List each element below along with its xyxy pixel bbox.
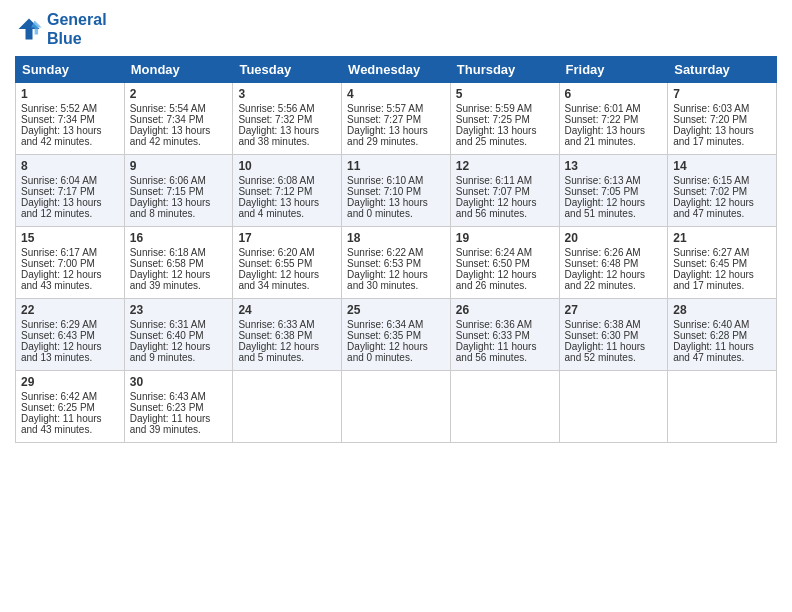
daylight-text: Daylight: 12 hours and 47 minutes. (673, 197, 754, 219)
calendar-cell: 13Sunrise: 6:13 AMSunset: 7:05 PMDayligh… (559, 155, 668, 227)
header-row: SundayMondayTuesdayWednesdayThursdayFrid… (16, 57, 777, 83)
sunrise-text: Sunrise: 5:59 AM (456, 103, 532, 114)
calendar-cell: 12Sunrise: 6:11 AMSunset: 7:07 PMDayligh… (450, 155, 559, 227)
week-row-2: 8Sunrise: 6:04 AMSunset: 7:17 PMDaylight… (16, 155, 777, 227)
calendar-cell: 7Sunrise: 6:03 AMSunset: 7:20 PMDaylight… (668, 83, 777, 155)
sunrise-text: Sunrise: 5:52 AM (21, 103, 97, 114)
col-header-sunday: Sunday (16, 57, 125, 83)
day-number: 22 (21, 303, 119, 317)
daylight-text: Daylight: 13 hours and 25 minutes. (456, 125, 537, 147)
sunset-text: Sunset: 7:20 PM (673, 114, 747, 125)
sunrise-text: Sunrise: 6:26 AM (565, 247, 641, 258)
sunset-text: Sunset: 6:30 PM (565, 330, 639, 341)
sunset-text: Sunset: 6:45 PM (673, 258, 747, 269)
calendar-cell: 20Sunrise: 6:26 AMSunset: 6:48 PMDayligh… (559, 227, 668, 299)
sunset-text: Sunset: 7:34 PM (21, 114, 95, 125)
col-header-monday: Monday (124, 57, 233, 83)
sunset-text: Sunset: 6:53 PM (347, 258, 421, 269)
day-number: 29 (21, 375, 119, 389)
sunrise-text: Sunrise: 6:24 AM (456, 247, 532, 258)
week-row-4: 22Sunrise: 6:29 AMSunset: 6:43 PMDayligh… (16, 299, 777, 371)
sunrise-text: Sunrise: 6:34 AM (347, 319, 423, 330)
daylight-text: Daylight: 12 hours and 51 minutes. (565, 197, 646, 219)
calendar-cell: 2Sunrise: 5:54 AMSunset: 7:34 PMDaylight… (124, 83, 233, 155)
sunrise-text: Sunrise: 6:04 AM (21, 175, 97, 186)
calendar-cell (668, 371, 777, 443)
calendar-table: SundayMondayTuesdayWednesdayThursdayFrid… (15, 56, 777, 443)
main-container: General Blue SundayMondayTuesdayWednesda… (0, 0, 792, 453)
daylight-text: Daylight: 13 hours and 12 minutes. (21, 197, 102, 219)
day-number: 27 (565, 303, 663, 317)
sunset-text: Sunset: 6:55 PM (238, 258, 312, 269)
sunset-text: Sunset: 7:15 PM (130, 186, 204, 197)
sunrise-text: Sunrise: 6:17 AM (21, 247, 97, 258)
calendar-cell: 30Sunrise: 6:43 AMSunset: 6:23 PMDayligh… (124, 371, 233, 443)
daylight-text: Daylight: 12 hours and 22 minutes. (565, 269, 646, 291)
sunset-text: Sunset: 7:05 PM (565, 186, 639, 197)
sunrise-text: Sunrise: 6:36 AM (456, 319, 532, 330)
calendar-cell (559, 371, 668, 443)
sunset-text: Sunset: 7:10 PM (347, 186, 421, 197)
calendar-cell: 8Sunrise: 6:04 AMSunset: 7:17 PMDaylight… (16, 155, 125, 227)
daylight-text: Daylight: 12 hours and 43 minutes. (21, 269, 102, 291)
sunset-text: Sunset: 7:00 PM (21, 258, 95, 269)
calendar-cell: 17Sunrise: 6:20 AMSunset: 6:55 PMDayligh… (233, 227, 342, 299)
daylight-text: Daylight: 12 hours and 39 minutes. (130, 269, 211, 291)
day-number: 24 (238, 303, 336, 317)
daylight-text: Daylight: 11 hours and 39 minutes. (130, 413, 211, 435)
daylight-text: Daylight: 12 hours and 34 minutes. (238, 269, 319, 291)
sunrise-text: Sunrise: 6:06 AM (130, 175, 206, 186)
daylight-text: Daylight: 13 hours and 42 minutes. (21, 125, 102, 147)
day-number: 25 (347, 303, 445, 317)
logo-text: General (47, 10, 107, 29)
calendar-cell: 14Sunrise: 6:15 AMSunset: 7:02 PMDayligh… (668, 155, 777, 227)
calendar-cell: 6Sunrise: 6:01 AMSunset: 7:22 PMDaylight… (559, 83, 668, 155)
daylight-text: Daylight: 13 hours and 38 minutes. (238, 125, 319, 147)
daylight-text: Daylight: 11 hours and 47 minutes. (673, 341, 754, 363)
day-number: 13 (565, 159, 663, 173)
day-number: 8 (21, 159, 119, 173)
sunrise-text: Sunrise: 6:01 AM (565, 103, 641, 114)
day-number: 17 (238, 231, 336, 245)
sunset-text: Sunset: 7:27 PM (347, 114, 421, 125)
calendar-cell: 24Sunrise: 6:33 AMSunset: 6:38 PMDayligh… (233, 299, 342, 371)
daylight-text: Daylight: 13 hours and 0 minutes. (347, 197, 428, 219)
calendar-cell: 3Sunrise: 5:56 AMSunset: 7:32 PMDaylight… (233, 83, 342, 155)
day-number: 28 (673, 303, 771, 317)
daylight-text: Daylight: 12 hours and 5 minutes. (238, 341, 319, 363)
sunset-text: Sunset: 6:43 PM (21, 330, 95, 341)
calendar-cell: 28Sunrise: 6:40 AMSunset: 6:28 PMDayligh… (668, 299, 777, 371)
daylight-text: Daylight: 12 hours and 30 minutes. (347, 269, 428, 291)
sunrise-text: Sunrise: 6:15 AM (673, 175, 749, 186)
sunrise-text: Sunrise: 6:43 AM (130, 391, 206, 402)
calendar-cell: 11Sunrise: 6:10 AMSunset: 7:10 PMDayligh… (342, 155, 451, 227)
calendar-body: 1Sunrise: 5:52 AMSunset: 7:34 PMDaylight… (16, 83, 777, 443)
calendar-cell: 5Sunrise: 5:59 AMSunset: 7:25 PMDaylight… (450, 83, 559, 155)
calendar-cell: 29Sunrise: 6:42 AMSunset: 6:25 PMDayligh… (16, 371, 125, 443)
daylight-text: Daylight: 11 hours and 43 minutes. (21, 413, 102, 435)
week-row-3: 15Sunrise: 6:17 AMSunset: 7:00 PMDayligh… (16, 227, 777, 299)
daylight-text: Daylight: 12 hours and 13 minutes. (21, 341, 102, 363)
sunrise-text: Sunrise: 5:57 AM (347, 103, 423, 114)
day-number: 30 (130, 375, 228, 389)
calendar-cell: 25Sunrise: 6:34 AMSunset: 6:35 PMDayligh… (342, 299, 451, 371)
header: General Blue (15, 10, 777, 48)
daylight-text: Daylight: 13 hours and 4 minutes. (238, 197, 319, 219)
sunset-text: Sunset: 7:34 PM (130, 114, 204, 125)
calendar-cell: 19Sunrise: 6:24 AMSunset: 6:50 PMDayligh… (450, 227, 559, 299)
sunset-text: Sunset: 6:38 PM (238, 330, 312, 341)
sunrise-text: Sunrise: 6:11 AM (456, 175, 532, 186)
calendar-cell: 22Sunrise: 6:29 AMSunset: 6:43 PMDayligh… (16, 299, 125, 371)
logo-icon (15, 15, 43, 43)
sunset-text: Sunset: 7:25 PM (456, 114, 530, 125)
calendar-cell: 10Sunrise: 6:08 AMSunset: 7:12 PMDayligh… (233, 155, 342, 227)
sunrise-text: Sunrise: 6:10 AM (347, 175, 423, 186)
daylight-text: Daylight: 13 hours and 8 minutes. (130, 197, 211, 219)
sunset-text: Sunset: 7:07 PM (456, 186, 530, 197)
sunset-text: Sunset: 7:22 PM (565, 114, 639, 125)
calendar-cell: 18Sunrise: 6:22 AMSunset: 6:53 PMDayligh… (342, 227, 451, 299)
sunrise-text: Sunrise: 6:22 AM (347, 247, 423, 258)
day-number: 14 (673, 159, 771, 173)
daylight-text: Daylight: 13 hours and 17 minutes. (673, 125, 754, 147)
day-number: 10 (238, 159, 336, 173)
